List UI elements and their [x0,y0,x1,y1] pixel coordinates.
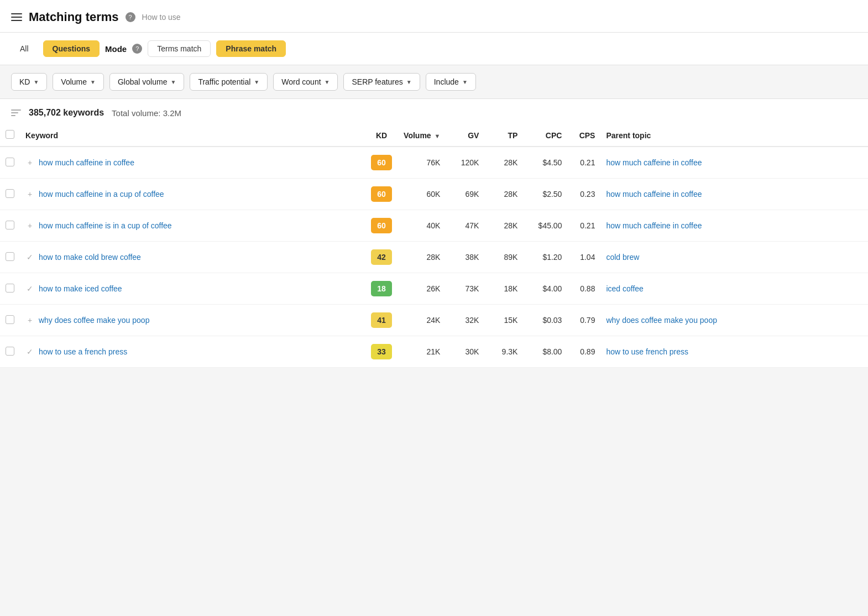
table-row: + how much caffeine in a cup of coffee 6… [0,179,868,210]
kd-badge: 18 [371,281,392,296]
table-header-row: Keyword KD Volume ▼ GV TP CPC CPS Parent… [0,123,868,147]
row-checkbox-cell [0,336,20,368]
title-help-icon[interactable]: ? [126,12,135,22]
row-checkbox-cell [0,210,20,242]
parent-topic-link[interactable]: how much caffeine in coffee [606,158,702,167]
filter-row: KD ▼ Volume ▼ Global volume ▼ Traffic po… [0,65,868,99]
tab-phrase-match[interactable]: Phrase match [216,40,286,57]
row-checkbox-cell [0,305,20,336]
how-to-use-link[interactable]: How to use [142,13,181,22]
filter-serp-features[interactable]: SERP features ▼ [343,73,420,91]
filter-traffic-potential[interactable]: Traffic potential ▼ [190,73,268,91]
summary-row: 385,702 keywords Total volume: 3.2M [0,99,868,123]
row-checkbox[interactable] [6,189,14,198]
row-cpc-cell: $4.50 [523,147,567,179]
keyword-link[interactable]: how to use a french press [39,347,127,356]
row-tp-cell: 28K [484,179,523,210]
row-cps-cell: 0.88 [567,273,600,305]
row-checkbox[interactable] [6,347,14,356]
row-action-icon: + [25,221,34,230]
kd-badge: 60 [371,218,392,233]
row-checkbox-cell [0,273,20,305]
col-header-kd: KD [365,123,398,147]
parent-topic-link[interactable]: how much caffeine in coffee [606,221,702,230]
parent-topic-link[interactable]: how to use french press [606,347,688,356]
chevron-down-icon: ▼ [33,79,39,85]
row-gv-cell: 120K [446,147,484,179]
keyword-link[interactable]: how much caffeine in coffee [39,158,134,167]
row-checkbox[interactable] [6,252,14,261]
row-gv-cell: 73K [446,273,484,305]
keywords-count: 385,702 keywords [29,108,104,118]
col-header-gv: GV [446,123,484,147]
filter-global-volume[interactable]: Global volume ▼ [109,73,184,91]
keyword-link[interactable]: how to make cold brew coffee [39,253,141,262]
row-cpc-cell: $0.03 [523,305,567,336]
row-keyword-cell: + how much caffeine in coffee [20,147,365,179]
row-volume-cell: 60K [398,179,446,210]
row-tp-cell: 15K [484,305,523,336]
filter-word-count[interactable]: Word count ▼ [273,73,338,91]
kd-badge: 33 [371,344,392,359]
row-parent-topic-cell: iced coffee [600,273,868,305]
row-cps-cell: 0.89 [567,336,600,368]
row-keyword-cell: ✓ how to use a french press [20,336,365,368]
hamburger-menu[interactable] [11,13,22,21]
keyword-link[interactable]: why does coffee make you poop [39,316,150,325]
row-checkbox-cell [0,242,20,273]
table-row: ✓ how to make iced coffee 18 26K 73K 18K… [0,273,868,305]
tab-all[interactable]: All [11,41,38,56]
page-header: Matching terms ? How to use [0,0,868,33]
filter-include[interactable]: Include ▼ [426,73,476,91]
row-action-icon: ✓ [25,347,34,356]
parent-topic-link[interactable]: how much caffeine in coffee [606,190,702,199]
row-tp-cell: 28K [484,210,523,242]
row-action-icon: + [25,158,34,167]
sort-arrow-icon: ▼ [435,133,441,139]
chevron-down-icon: ▼ [462,79,468,85]
table-row: + how much caffeine in coffee 60 76K 120… [0,147,868,179]
parent-topic-link[interactable]: why does coffee make you poop [606,316,717,325]
row-gv-cell: 30K [446,336,484,368]
row-kd-cell: 60 [365,210,398,242]
col-header-cps: CPS [567,123,600,147]
chevron-down-icon: ▼ [254,79,259,85]
filter-kd[interactable]: KD ▼ [11,73,47,91]
chevron-down-icon: ▼ [325,79,330,85]
row-keyword-cell: ✓ how to make iced coffee [20,273,365,305]
tab-questions[interactable]: Questions [43,40,100,57]
table-row: + why does coffee make you poop 41 24K 3… [0,305,868,336]
row-keyword-cell: + how much caffeine in a cup of coffee [20,179,365,210]
row-checkbox[interactable] [6,284,14,293]
row-kd-cell: 60 [365,179,398,210]
keyword-link[interactable]: how much caffeine is in a cup of coffee [39,221,172,230]
filter-volume[interactable]: Volume ▼ [53,73,104,91]
row-action-icon: + [25,190,34,199]
parent-topic-link[interactable]: iced coffee [606,284,643,293]
row-cps-cell: 0.21 [567,147,600,179]
row-keyword-cell: + how much caffeine is in a cup of coffe… [20,210,365,242]
row-cpc-cell: $45.00 [523,210,567,242]
row-cpc-cell: $1.20 [523,242,567,273]
chevron-down-icon: ▼ [90,79,96,85]
row-cpc-cell: $2.50 [523,179,567,210]
row-cpc-cell: $4.00 [523,273,567,305]
row-volume-cell: 76K [398,147,446,179]
row-gv-cell: 69K [446,179,484,210]
keyword-link[interactable]: how much caffeine in a cup of coffee [39,190,164,199]
row-action-icon: ✓ [25,284,34,293]
row-checkbox[interactable] [6,315,14,324]
row-checkbox[interactable] [6,158,14,166]
keyword-link[interactable]: how to make iced coffee [39,284,122,293]
row-checkbox[interactable] [6,221,14,229]
row-volume-cell: 24K [398,305,446,336]
row-keyword-cell: ✓ how to make cold brew coffee [20,242,365,273]
chevron-down-icon: ▼ [170,79,176,85]
total-volume: Total volume: 3.2M [112,108,181,118]
mode-help-icon[interactable]: ? [132,44,142,54]
select-all-checkbox[interactable] [6,130,14,139]
tabs-row: All Questions Mode ? Terms match Phrase … [0,33,868,65]
row-kd-cell: 33 [365,336,398,368]
parent-topic-link[interactable]: cold brew [606,253,639,262]
tab-terms-match[interactable]: Terms match [148,40,211,57]
